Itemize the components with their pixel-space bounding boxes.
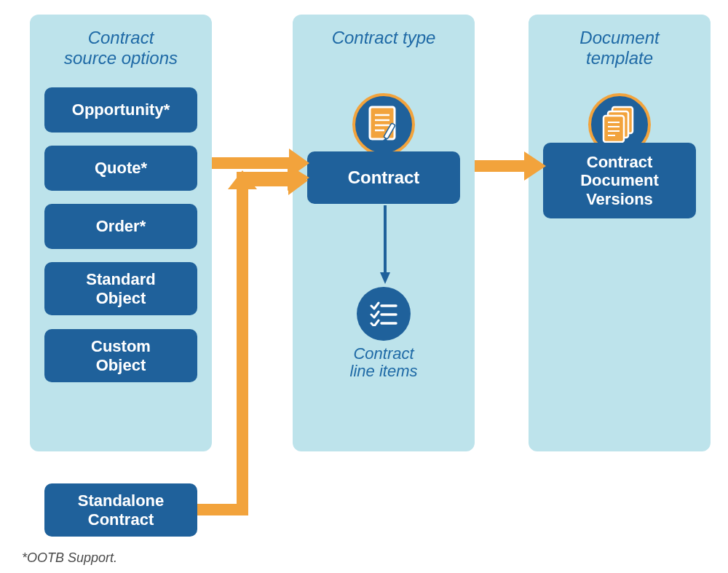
source-item-opportunity: Opportunity*	[44, 87, 197, 133]
doc-versions-pill: ContractDocumentVersions	[543, 143, 696, 218]
arrow-contract-to-docversions	[475, 150, 547, 182]
footnote-ootb: *OOTB Support.	[22, 550, 117, 566]
document-edit-icon	[367, 106, 400, 143]
panel-document-template: Documenttemplate ContractDocumentVersion…	[529, 15, 711, 451]
line-items-label: Contractline items	[336, 345, 431, 380]
panel-source-title: Contractsource options	[30, 15, 212, 78]
contract-pill: Contract	[307, 151, 460, 204]
svg-rect-0	[370, 107, 395, 139]
source-item-order: Order*	[44, 204, 197, 249]
svg-marker-8	[380, 272, 390, 284]
source-item-custom-object: CustomObject	[44, 329, 197, 382]
svg-marker-30	[524, 151, 546, 181]
arrow-standalone-elbow	[197, 169, 314, 518]
source-item-quote: Quote*	[44, 146, 197, 191]
standalone-contract: StandaloneContract	[44, 483, 197, 537]
line-items-icon-circle	[357, 287, 411, 341]
checklist-icon	[370, 301, 397, 326]
panel-contract-type: Contract type Contract Contractline item…	[293, 15, 475, 451]
contract-icon-circle	[352, 93, 415, 156]
arrow-contract-to-line-items	[380, 205, 390, 285]
svg-marker-28	[288, 165, 309, 191]
panel-template-title: Documenttemplate	[529, 15, 711, 78]
source-item-standard-object: StandardObject	[44, 262, 197, 315]
panel-source-options: Contractsource options Opportunity* Quot…	[30, 15, 212, 451]
documents-stack-icon	[601, 106, 638, 143]
panel-type-title: Contract type	[293, 15, 475, 58]
svg-rect-14	[604, 116, 624, 142]
